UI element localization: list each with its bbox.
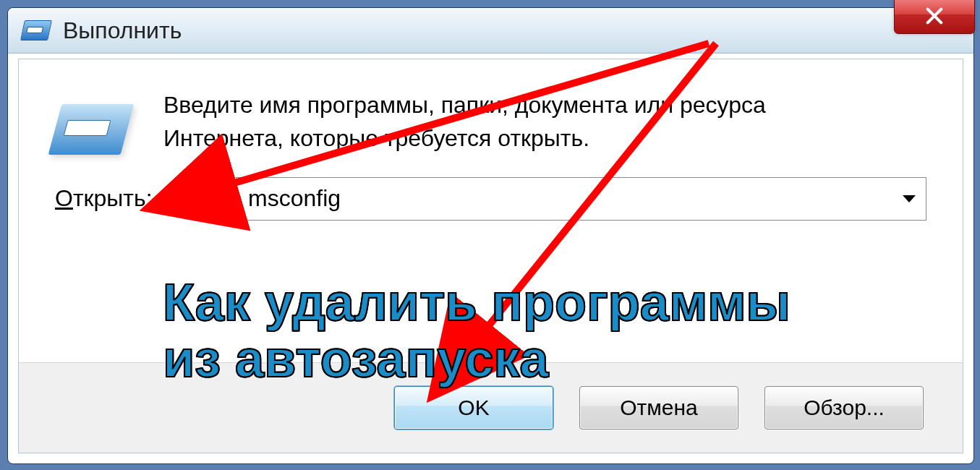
dropdown-arrow-icon[interactable] <box>903 195 916 202</box>
close-icon <box>924 6 945 26</box>
open-input[interactable] <box>247 184 916 213</box>
client-area: Введите имя программы, папки, документа … <box>18 59 963 453</box>
dialog-content: Введите имя программы, папки, документа … <box>19 59 963 155</box>
titlebar[interactable]: Выполнить <box>8 8 973 54</box>
window-title: Выполнить <box>63 17 182 44</box>
close-button[interactable] <box>894 0 975 34</box>
description-text: Введите имя программы, папки, документа … <box>163 88 887 155</box>
ok-button[interactable]: OK <box>394 386 553 430</box>
run-dialog-window: Выполнить Введите имя программы, папки, … <box>7 7 974 464</box>
browse-button[interactable]: Обзор... <box>764 386 924 430</box>
open-label: Открыть: <box>55 185 236 212</box>
run-dialog-icon <box>20 20 52 40</box>
annotation-caption: Как удалить программы из автозапуска <box>163 275 958 388</box>
open-row: Открыть: <box>19 155 963 221</box>
open-combobox[interactable] <box>236 177 926 221</box>
cancel-button[interactable]: Отмена <box>579 386 738 430</box>
run-large-icon <box>48 104 135 155</box>
